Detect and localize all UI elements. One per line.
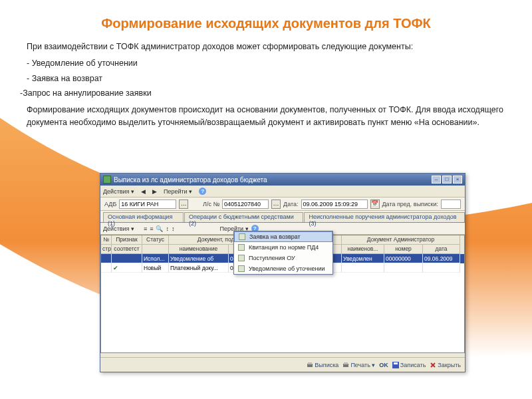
window-icon (103, 176, 111, 184)
maximize-button[interactable]: □ (442, 176, 452, 184)
tabstrip: Основная информация (1) Операции с бюдже… (100, 211, 465, 223)
doc-icon (238, 255, 245, 261)
context-menu: Заявка на возврат Квитанция по норме ПД4… (233, 231, 333, 275)
sub-tool-1[interactable]: ≡ (144, 225, 147, 232)
col-dp-name[interactable]: наименование (169, 245, 229, 254)
form-row: АДБ 16 КИГИ РАН … Л/с № 04051207840 … Да… (100, 198, 465, 211)
window-title: Выписка из лс администратора доходов бюд… (114, 176, 430, 184)
tab-main-info[interactable]: Основная информация (1) (103, 212, 184, 222)
tab-unfulfilled[interactable]: Неисполненные поручения администратора д… (304, 212, 465, 222)
doc-icon (238, 265, 245, 272)
adb-field[interactable]: 16 КИГИ РАН (119, 200, 176, 209)
prev-date-label: Дата пред. выписки: (382, 201, 439, 207)
date-picker-button[interactable]: 📅 (370, 200, 380, 209)
col-num[interactable]: № (101, 235, 112, 245)
col-prizn[interactable]: Признак (112, 235, 142, 245)
ctx-item-receipt[interactable]: Квитанция по норме ПД4 (234, 242, 332, 253)
window-titlebar: Выписка из лс администратора доходов бюд… (100, 174, 465, 186)
description-text: Формирование исходящих документов происх… (27, 104, 505, 129)
intro-text: При взаимодействии с ТОФК администратор … (27, 41, 505, 53)
lsn-lookup-button[interactable]: … (271, 200, 281, 209)
footer-ok[interactable]: OK (379, 362, 388, 368)
col-admin-num[interactable]: номер (384, 245, 423, 254)
minimize-button[interactable]: – (432, 176, 441, 184)
help-icon: ? (199, 188, 206, 195)
menubar: Действия ▾ ◀ ▶ Перейти ▾ ? (100, 186, 465, 198)
menu-nav-right[interactable]: ▶ (152, 188, 157, 195)
sub-tool-3[interactable]: 🔍 (156, 225, 163, 232)
print-icon (342, 362, 349, 368)
ctx-item-income[interactable]: Поступления ОУ (234, 253, 332, 263)
sub-tool-5[interactable]: ↕ (172, 225, 175, 232)
svg-rect-3 (344, 362, 348, 364)
col-admin-date[interactable]: дата (423, 245, 460, 254)
lsn-label: Л/с № (203, 201, 219, 207)
menu-help[interactable]: ? (199, 188, 206, 195)
sub-tool-4[interactable]: ↕ (166, 225, 169, 232)
footer-close[interactable]: Закрыть (430, 362, 461, 368)
ctx-item-clarify[interactable]: Уведомление об уточнении (234, 263, 332, 274)
lsn-field[interactable]: 04051207840 (222, 200, 269, 209)
sub-actions[interactable]: Действия ▾ (103, 225, 134, 232)
sub-tool-2[interactable]: ≡ (150, 225, 153, 232)
prev-date-field[interactable] (441, 200, 461, 209)
adb-label: АДБ (104, 201, 116, 207)
footer-vypiska[interactable]: Выписка (307, 362, 338, 368)
menu-actions[interactable]: Действия ▾ (103, 188, 134, 195)
col-doc-admin[interactable]: Документ Администратор (342, 235, 460, 245)
doc-icon (238, 244, 245, 251)
bullet-2: - Заявка на возврат (27, 72, 505, 85)
close-icon (430, 362, 436, 368)
menu-goto[interactable]: Перейти ▾ (164, 188, 192, 195)
close-button[interactable]: × (453, 176, 462, 184)
svg-rect-1 (308, 362, 312, 364)
col-status[interactable]: Статус (142, 235, 169, 245)
footer-print[interactable]: Печать ▾ (342, 362, 375, 368)
save-icon (392, 362, 399, 368)
window-footer: Выписка Печать ▾ OK Записать Закрыть (100, 357, 465, 372)
app-window: Выписка из лс администратора доходов бюд… (100, 173, 466, 372)
date-label: Дата: (283, 201, 298, 207)
adb-lookup-button[interactable]: … (179, 200, 188, 209)
bullet-3: -Запрос на аннулирование заявки (20, 87, 505, 100)
col-status-sub[interactable] (142, 245, 169, 254)
col-admin-name[interactable]: наименов... (342, 245, 384, 254)
col-num-sub[interactable]: стро (101, 245, 112, 254)
print-icon (307, 362, 313, 368)
bullet-1: - Уведомление об уточнении (27, 57, 505, 70)
page-title: Формирование исходящих документов для ТО… (27, 16, 505, 31)
menu-nav-left[interactable]: ◀ (141, 188, 146, 195)
svg-rect-5 (394, 362, 398, 364)
tab-budget-ops[interactable]: Операции с бюджетными средствами (2) (184, 212, 303, 222)
doc-icon (239, 233, 245, 240)
date-field[interactable]: 09.06.2009 15:09:29 (301, 200, 368, 209)
footer-save[interactable]: Записать (392, 362, 426, 368)
ctx-item-return[interactable]: Заявка на возврат (234, 231, 332, 242)
col-prizn-sub[interactable]: соответст (112, 245, 142, 254)
